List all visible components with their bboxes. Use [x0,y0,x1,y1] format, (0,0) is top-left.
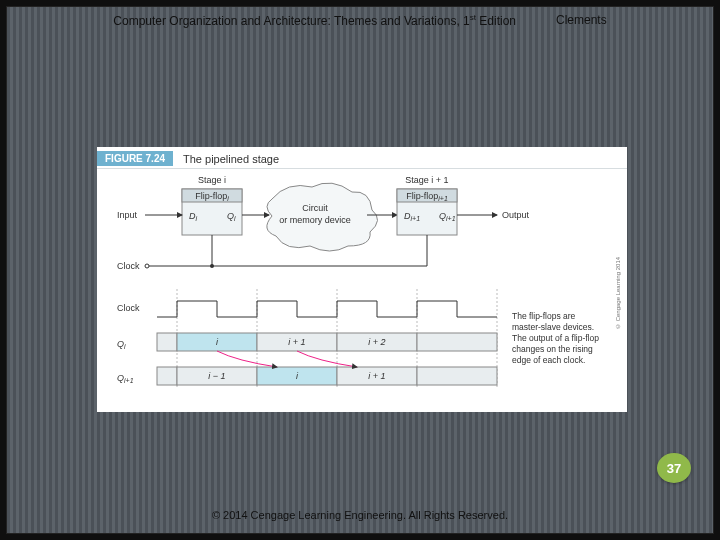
figure-caption: The pipelined stage [183,153,279,165]
figure-diagram: Stage i Stage i + 1 Flip-flopi Di Qi Inp… [97,169,617,409]
svg-rect-21 [157,367,177,385]
qi1-seg-im1: i − 1 [208,371,225,381]
note-l1: The flip-flops are [512,311,576,321]
cloud-line2: or memory device [279,215,351,225]
note-l3: The output of a flip-flop [512,333,599,343]
qi-seg-i1: i + 1 [288,337,305,347]
page-number-badge: 37 [657,453,691,483]
label-input: Input [117,210,138,220]
slide-frame: Computer Organization and Architecture: … [6,6,714,534]
figure-header: FIGURE 7.24 The pipelined stage [97,147,627,169]
qi1-seg-i1: i + 1 [368,371,385,381]
label-stage-i: Stage i [198,175,226,185]
book-title: Computer Organization and Architecture: … [113,13,516,28]
svg-rect-25 [417,367,497,385]
note-l5: edge of each clock. [512,355,585,365]
clock-waveform [157,301,497,317]
figure-credit: © Cengage Learning 2014 [615,177,625,408]
label-output: Output [502,210,530,220]
label-stage-i1: Stage i + 1 [405,175,448,185]
copyright-footer: © 2014 Cengage Learning Engineering. All… [7,509,713,521]
timing-diagram: Clock Qi i i + 1 i + 2 Qi+1 i − 1 [117,289,599,389]
label-clock-wave: Clock [117,303,140,313]
title-main: Computer Organization and Architecture: … [113,14,469,28]
slide-header: Computer Organization and Architecture: … [7,13,713,28]
title-tail: Edition [476,14,516,28]
figure-tag: FIGURE 7.24 [97,151,173,166]
svg-rect-20 [417,333,497,351]
note-l2: master-slave devices. [512,322,594,332]
cloud-line1: Circuit [302,203,328,213]
label-qi1-wave: Qi+1 [117,373,134,384]
svg-point-10 [210,264,214,268]
label-clock-top: Clock [117,261,140,271]
flipflop-i-title: Flip-flopi [195,191,229,202]
svg-rect-16 [157,333,177,351]
note-l4: changes on the rising [512,344,593,354]
qi-seg-i2: i + 2 [368,337,385,347]
svg-point-6 [145,264,149,268]
label-qi-wave: Qi [117,339,126,350]
author-name: Clements [556,13,607,28]
figure-container: FIGURE 7.24 The pipelined stage Stage i … [97,147,627,412]
